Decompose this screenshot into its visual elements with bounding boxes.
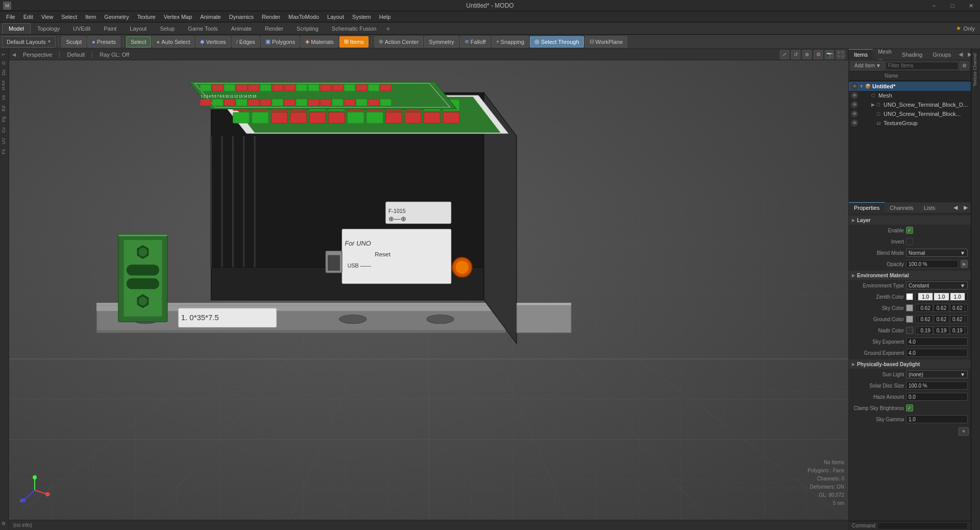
viewport-area[interactable]: ◀ Perspective Default Ray GL: Off ⤢ ↺ ⊕ … [9, 49, 848, 530]
sidebar-item-curve[interactable]: Cv [1, 125, 8, 135]
tab-topology[interactable]: Topology [31, 23, 66, 34]
zenith-r-value[interactable]: 1.0 [918, 293, 933, 301]
tab-render[interactable]: Render [258, 23, 290, 34]
falloff-button[interactable]: ≋ Falloff [460, 36, 491, 47]
tab-groups[interactable]: Groups [927, 49, 956, 60]
symmetry-button[interactable]: Symmetry [424, 36, 459, 47]
tree-expand-untitled[interactable]: ▼ [859, 84, 864, 89]
ground-b-value[interactable]: 0.62 [950, 315, 965, 323]
sun-light-dropdown[interactable]: (none) ▼ [906, 370, 968, 378]
menu-system[interactable]: System [348, 13, 375, 21]
edges-button[interactable]: / Edges [232, 36, 260, 47]
item-visibility-eye-uno[interactable]: 👁 [851, 110, 858, 117]
menu-item[interactable]: Item [81, 13, 100, 21]
auto-select-button[interactable]: ● Auto Select [152, 36, 195, 47]
sidebar-item-uv[interactable]: UV [1, 136, 8, 147]
materials-button[interactable]: ◈ Materials [301, 36, 338, 47]
minimize-button[interactable]: − [925, 0, 943, 11]
items-button[interactable]: ⊞ Items [339, 36, 369, 47]
tab-layout[interactable]: Layout [123, 23, 153, 34]
sculpt-button[interactable]: Sculpt [61, 36, 86, 47]
maximize-button[interactable]: □ [943, 0, 962, 11]
opacity-value[interactable]: 100.0 % [906, 260, 959, 268]
viewport-zoom-btn[interactable]: ⊕ [802, 50, 812, 59]
sidebar-item-polygon[interactable]: Pg [1, 114, 8, 124]
tab-model[interactable]: Model [2, 23, 31, 34]
menu-edit[interactable]: Edit [19, 13, 37, 21]
sidebar-item-meshedit[interactable]: M.Ed [1, 79, 8, 92]
close-button[interactable]: ✕ [962, 0, 980, 11]
sky-g-value[interactable]: 0.62 [934, 304, 949, 312]
menu-vertexmap[interactable]: Vertex Map [160, 13, 197, 21]
item-visibility-eye-mesh[interactable]: 👁 [851, 92, 858, 99]
menu-view[interactable]: View [37, 13, 58, 21]
ground-color-swatch[interactable] [906, 316, 913, 323]
enable-checkbox[interactable]: ✓ [906, 227, 913, 234]
props-expand-btn[interactable]: ▶ [961, 202, 971, 213]
tab-shading[interactable]: Shading [897, 49, 927, 60]
tab-gametools[interactable]: Game Tools [181, 23, 225, 34]
vertices-button[interactable]: ◆ Vertices [195, 36, 230, 47]
tab-mesh[interactable]: Mesh ... [873, 49, 897, 60]
tab-schematic[interactable]: Schematic Fusion [325, 23, 383, 34]
tab-add[interactable]: + [383, 23, 393, 34]
select-button[interactable]: Select [126, 36, 151, 47]
sidebar-item-vertex[interactable]: Vx [1, 93, 8, 103]
items-collapse-btn[interactable]: ◀ [956, 50, 965, 59]
sky-r-value[interactable]: 0.62 [918, 304, 933, 312]
tab-animate[interactable]: Animate [225, 23, 258, 34]
zenith-b-value[interactable]: 1.0 [950, 293, 965, 301]
tab-items[interactable]: Items [849, 49, 873, 60]
menu-layout[interactable]: Layout [323, 13, 348, 21]
viewport-expand-btn[interactable]: ◀ [12, 52, 16, 57]
workplane-button[interactable]: ⊟ WorkPlane [585, 36, 628, 47]
items-options-btn[interactable]: ⚙ [960, 61, 969, 70]
texture-channel-tab[interactable]: Texture Channel [972, 51, 979, 89]
nadir-color-swatch[interactable] [906, 327, 913, 334]
ground-g-value[interactable]: 0.62 [934, 315, 949, 323]
menu-geometry[interactable]: Geometry [100, 13, 133, 21]
polygons-button[interactable]: ▣ Polygons [261, 36, 300, 47]
item-visibility-eye-tex[interactable]: 👁 [851, 119, 858, 127]
sky-exp-value[interactable]: 4.0 [906, 338, 968, 346]
sidebar-item-fusion[interactable]: Fs [1, 147, 8, 156]
invert-checkbox[interactable]: ✓ [906, 238, 913, 245]
viewport-settings-btn[interactable]: ⚙ [814, 50, 823, 59]
sidebar-item-duplicate[interactable]: Du [1, 67, 8, 78]
sidebar-item-deform[interactable]: D [1, 59, 8, 67]
tree-item-untitled[interactable]: 👁 ▼ 📦 Untitled* [849, 82, 971, 91]
viewport-cam-btn[interactable]: 📷 [825, 50, 834, 59]
ground-r-value[interactable]: 0.62 [918, 315, 933, 323]
menu-select[interactable]: Select [57, 13, 81, 21]
menu-animate[interactable]: Animate [196, 13, 225, 21]
command-input[interactable] [877, 522, 968, 529]
tree-item-mesh[interactable]: 👁 ⬡ Mesh [849, 91, 971, 100]
perspective-label[interactable]: Perspective [20, 51, 55, 58]
tree-item-uno-block-d[interactable]: 👁 ▶ ⬡ UNO_Screw_Terminal_Block_D... [849, 100, 971, 109]
tab-properties[interactable]: Properties [849, 202, 885, 213]
solar-disc-value[interactable]: 100.0 % [906, 381, 968, 390]
viewport-canvas[interactable]: 1. 0*35*7.5 [9, 60, 848, 520]
sidebar-item-transform[interactable]: T [1, 51, 8, 58]
opacity-slider-btn[interactable]: ▶ [961, 260, 968, 268]
item-visibility-eye[interactable]: 👁 [851, 83, 858, 90]
tab-paint[interactable]: Paint [97, 23, 123, 34]
sky-b-value[interactable]: 0.62 [950, 304, 965, 312]
sidebar-item-bottom[interactable]: ⚙ [1, 519, 8, 528]
action-center-button[interactable]: ⊕ Action Center [374, 36, 424, 47]
sidebar-item-edge[interactable]: Ed [1, 104, 8, 113]
tree-item-uno-block[interactable]: 👁 ⬡ UNO_Screw_Terminal_Block... [849, 109, 971, 118]
props-scroll-down-btn[interactable]: ▼ [959, 427, 969, 436]
nadir-b-value[interactable]: 0.19 [950, 326, 965, 334]
filter-items-input[interactable] [886, 62, 959, 70]
daylight-section-header[interactable]: ▶ Physically-based Daylight [849, 359, 971, 369]
tree-item-texture-group[interactable]: 👁 🗂 TextureGroup [849, 118, 971, 128]
tree-expand-uno-d[interactable]: ▶ [870, 102, 875, 107]
menu-maxtomodo[interactable]: MaxToModo [284, 13, 323, 21]
ray-gl-label[interactable]: Ray GL: Off [96, 51, 132, 58]
zenith-g-value[interactable]: 1.0 [934, 293, 949, 301]
blend-mode-dropdown[interactable]: Normal ▼ [906, 249, 968, 257]
viewport-fit-btn[interactable]: ⤢ [780, 50, 789, 59]
nadir-r-value[interactable]: 0.19 [918, 326, 933, 334]
menu-dynamics[interactable]: Dynamics [225, 13, 258, 21]
